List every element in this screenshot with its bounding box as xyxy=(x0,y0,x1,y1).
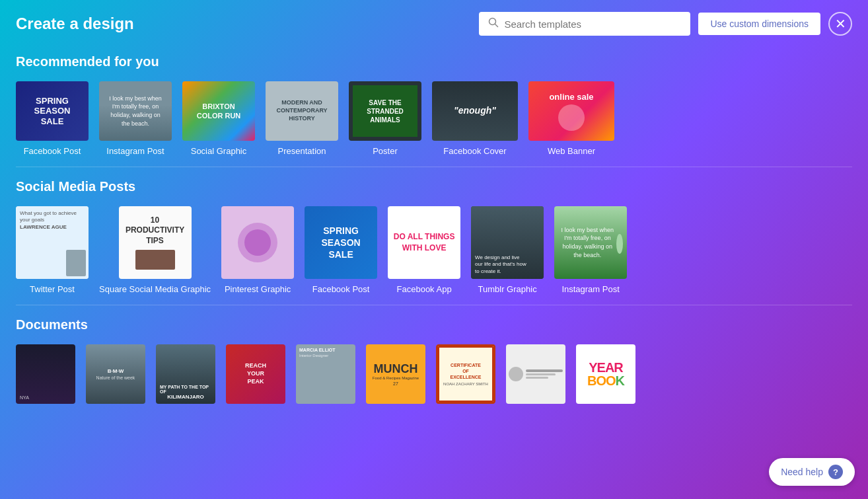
main-content: Recommended for you springseasonsale Fac… xyxy=(0,42,868,420)
custom-dimensions-button[interactable]: Use custom dimensions xyxy=(698,13,820,35)
template-doc-8[interactable] xyxy=(506,344,565,409)
template-thumb-doc-3: MY PATH TO THE TOP OF KILIMANJARO xyxy=(156,344,215,404)
template-thumb-doc-7: CERTIFICATEOFEXCELLENCE NOAH ZACHARY SMI… xyxy=(436,344,495,404)
template-label-facebook-app: Facebook App xyxy=(397,284,452,294)
search-icon xyxy=(488,17,499,30)
search-input[interactable] xyxy=(504,19,681,30)
help-icon: ? xyxy=(828,465,843,479)
template-instagram-post-2[interactable]: I look my best when I'm totally free, on… xyxy=(554,206,627,294)
template-thumb-presentation: MODERN ANDCONTEMPORARYHISTORY xyxy=(266,81,338,141)
close-button[interactable]: ✕ xyxy=(828,12,852,36)
template-doc-1[interactable]: NYA xyxy=(16,344,75,409)
template-doc-4[interactable]: REACHYOURPEAK xyxy=(226,344,285,409)
template-facebook-post[interactable]: springseasonsale Facebook Post xyxy=(16,81,89,156)
template-thumb-facebook-post: springseasonsale xyxy=(16,81,89,141)
template-label-web-banner: Web Banner xyxy=(548,146,595,156)
template-thumb-social-graphic: BRIXTONCOLOR RUN xyxy=(182,81,255,141)
template-thumb-doc-6: MUNCH Food & Recipes Magazine 27 xyxy=(366,344,425,404)
template-thumb-doc-1: NYA xyxy=(16,344,75,404)
close-icon: ✕ xyxy=(835,16,846,32)
template-doc-7[interactable]: CERTIFICATEOFEXCELLENCE NOAH ZACHARY SMI… xyxy=(436,344,495,409)
template-poster[interactable]: SAVE THESTRANDEDANIMALS Poster xyxy=(349,81,421,156)
documents-row: NYA B·M·W Nature of the week MY PATH TO xyxy=(16,344,852,413)
template-facebook-app[interactable]: DO ALL THINGSWITH LOVE Facebook App xyxy=(388,206,460,294)
template-label-poster: Poster xyxy=(373,146,398,156)
template-label-presentation: Presentation xyxy=(278,146,326,156)
template-thumb-square-social: 10PRODUCTIVITYTIPS xyxy=(119,206,192,279)
social-media-section: Social Media Posts What you got to achie… xyxy=(16,167,852,305)
template-twitter-post[interactable]: What you got to achieve your goalsLAWREN… xyxy=(16,206,89,294)
header-actions: Use custom dimensions ✕ xyxy=(479,12,852,36)
social-media-row: What you got to achieve your goalsLAWREN… xyxy=(16,206,852,298)
template-facebook-post-2[interactable]: springseasonsale Facebook Post xyxy=(305,206,377,294)
template-doc-6[interactable]: MUNCH Food & Recipes Magazine 27 xyxy=(366,344,425,409)
template-thumb-facebook-cover: "enough" xyxy=(432,81,518,141)
template-thumb-pinterest-graphic xyxy=(221,206,294,279)
template-instagram-post[interactable]: I look my best when I'm totally free, on… xyxy=(99,81,172,156)
template-presentation[interactable]: MODERN ANDCONTEMPORARYHISTORY Presentati… xyxy=(266,81,338,156)
header: Create a design Use custom dimensions ✕ xyxy=(0,0,868,42)
social-media-title: Social Media Posts xyxy=(16,179,852,194)
template-thumb-doc-8 xyxy=(506,344,565,404)
template-label-facebook-post: Facebook Post xyxy=(24,146,81,156)
template-label-facebook-post-2: Facebook Post xyxy=(312,284,370,294)
recommended-title: Recommended for you xyxy=(16,54,852,69)
template-label-facebook-cover: Facebook Cover xyxy=(443,146,506,156)
documents-title: Documents xyxy=(16,317,852,332)
need-help-button[interactable]: Need help ? xyxy=(769,458,855,486)
recommended-row: springseasonsale Facebook Post I look my… xyxy=(16,81,852,160)
documents-section: Documents NYA B·M·W Nature of the week xyxy=(16,305,852,420)
recommended-section: Recommended for you springseasonsale Fac… xyxy=(16,42,852,167)
template-thumb-doc-9: YEARBOOK xyxy=(576,344,635,404)
template-thumb-poster: SAVE THESTRANDEDANIMALS xyxy=(349,81,421,141)
search-container xyxy=(479,12,690,36)
template-thumb-doc-4: REACHYOURPEAK xyxy=(226,344,285,404)
template-doc-9[interactable]: YEARBOOK xyxy=(576,344,635,409)
page-title: Create a design xyxy=(16,15,134,33)
template-label-instagram-post-2: Instagram Post xyxy=(561,284,619,294)
template-thumb-instagram-post: I look my best when I'm totally free, on… xyxy=(99,81,172,141)
template-thumb-doc-5: MARCIA ELLIOT Interior Designer xyxy=(296,344,355,404)
template-square-social[interactable]: 10PRODUCTIVITYTIPS Square Social Media G… xyxy=(99,206,211,294)
template-thumb-doc-2: B·M·W Nature of the week xyxy=(86,344,145,404)
template-thumb-facebook-post-2: springseasonsale xyxy=(305,206,377,279)
template-social-graphic[interactable]: BRIXTONCOLOR RUN Social Graphic xyxy=(182,81,255,156)
template-doc-3[interactable]: MY PATH TO THE TOP OF KILIMANJARO xyxy=(156,344,215,409)
template-label-square-social: Square Social Media Graphic xyxy=(99,284,211,294)
template-label-pinterest-graphic: Pinterest Graphic xyxy=(225,284,291,294)
template-label-twitter-post: Twitter Post xyxy=(30,284,75,294)
template-thumb-twitter-post: What you got to achieve your goalsLAWREN… xyxy=(16,206,89,279)
template-thumb-instagram-post-2: I look my best when I'm totally free, on… xyxy=(554,206,627,279)
template-facebook-cover[interactable]: "enough" Facebook Cover xyxy=(432,81,518,156)
template-pinterest-graphic[interactable]: Pinterest Graphic xyxy=(221,206,294,294)
template-label-tumblr-graphic: Tumblr Graphic xyxy=(478,284,537,294)
template-thumb-tumblr-graphic: We design and live our life and that's h… xyxy=(471,206,544,279)
template-thumb-web-banner: online sale xyxy=(528,81,614,141)
template-label-instagram-post: Instagram Post xyxy=(106,146,164,156)
template-doc-5[interactable]: MARCIA ELLIOT Interior Designer xyxy=(296,344,355,409)
template-tumblr-graphic[interactable]: We design and live our life and that's h… xyxy=(471,206,544,294)
template-web-banner[interactable]: online sale Web Banner xyxy=(528,81,614,156)
need-help-label: Need help xyxy=(781,467,823,477)
template-label-social-graphic: Social Graphic xyxy=(191,146,247,156)
template-thumb-facebook-app: DO ALL THINGSWITH LOVE xyxy=(388,206,460,279)
template-doc-2[interactable]: B·M·W Nature of the week xyxy=(86,344,145,409)
svg-line-1 xyxy=(495,24,498,27)
